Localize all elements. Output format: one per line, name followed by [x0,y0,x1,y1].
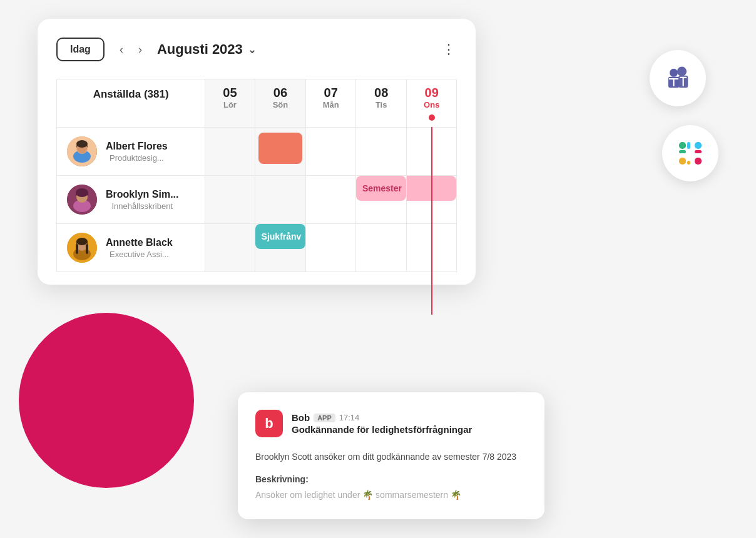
cell-annette-06: Sjukfrånv [255,224,306,272]
notification-description-label: Beskrivning: [255,474,527,484]
sender-name: Bob [292,412,310,423]
cell-brooklyn-07 [306,176,356,224]
slack-icon [674,137,707,170]
next-arrow[interactable]: › [133,41,147,59]
day-num-05: 05 [209,86,250,100]
day-header-07: 07 Mån [306,79,356,128]
employee-cell-annette: Annette Black Executive Assi... [57,224,205,272]
table-row: Annette Black Executive Assi... Sjukfrån… [57,224,457,272]
svg-rect-29 [695,158,702,165]
avatar-annette-svg [67,233,97,263]
decorative-circle [19,313,194,488]
bob-logo: b [255,410,283,437]
svg-rect-13 [76,244,78,254]
month-year-label: Augusti 2023 [157,41,243,58]
avatar-albert [67,136,97,166]
svg-rect-27 [679,158,686,165]
cell-brooklyn-06 [255,176,306,224]
day-name-09: Ons [411,100,452,109]
day-num-06: 06 [259,86,302,100]
cell-albert-06 [255,128,306,176]
table-row: Albert Flores Produktdesig... [57,128,457,176]
today-line [431,127,432,315]
employee-name-brooklyn: Brooklyn Sim... [106,189,178,200]
day-num-08: 08 [360,86,403,100]
svg-rect-31 [687,150,693,156]
day-num-09: 09 [411,86,452,100]
teams-icon [662,62,694,94]
teams-integration-circle[interactable] [650,50,706,106]
employee-name-role-annette: Annette Black Executive Assi... [106,237,173,259]
employee-role-brooklyn: Innehållsskribent [106,201,178,211]
prev-arrow[interactable]: ‹ [115,41,128,59]
employee-role-albert: Produktdesig... [106,153,168,163]
avatar-brooklyn [67,185,97,215]
day-num-07: 07 [310,86,352,100]
today-dot [429,114,435,121]
employee-cell-albert: Albert Flores Produktdesig... [57,128,205,176]
svg-rect-30 [695,150,702,153]
cell-brooklyn-08: Semester [355,176,407,224]
avatar-albert-svg [67,136,97,166]
notification-title: Godkännande för ledighetsförfrågningar [292,424,472,435]
notification-card: b Bob APP 17:14 Godkännande för ledighet… [238,392,544,519]
cell-albert-07 [306,128,356,176]
cell-albert-08 [355,128,407,176]
calendar-table-wrapper: Anställda (381) 05 Lör 06 Sön 07 Mån [56,79,457,272]
employee-role-annette: Executive Assi... [106,250,173,259]
day-header-08: 08 Tis [355,79,407,128]
calendar-grid: Anställda (381) 05 Lör 06 Sön 07 Mån [56,79,457,272]
event-sjukfranvaro: Sjukfrånv [255,224,306,249]
app-badge: APP [314,414,335,422]
cell-annette-05 [205,224,255,272]
svg-rect-24 [679,150,686,153]
day-name-06: Sön [259,100,302,109]
cell-annette-08 [355,224,407,272]
day-header-05: 05 Lör [205,79,255,128]
event-orange-albert [258,133,302,164]
cell-annette-07 [306,224,356,272]
svg-point-16 [670,69,678,77]
employee-name-annette: Annette Black [106,237,173,248]
sender-row: Bob APP 17:14 [292,412,472,423]
avatar-brooklyn-svg [67,185,97,215]
svg-rect-23 [679,142,686,149]
calendar-card: Idag ‹ › Augusti 2023 ⌄ ⋮ Anställda (381… [38,19,476,285]
chevron-down-icon: ⌄ [248,44,256,56]
employee-name-role-brooklyn: Brooklyn Sim... Innehållsskribent [106,189,178,211]
employee-info-annette: Annette Black Executive Assi... [67,233,195,263]
event-semester: Semester [356,176,407,201]
employee-info-albert: Albert Flores Produktdesig... [67,136,195,166]
notification-meta: Bob APP 17:14 Godkännande för ledighetsf… [292,412,472,435]
employee-info-brooklyn: Brooklyn Sim... Innehållsskribent [67,185,195,215]
svg-rect-22 [673,78,674,86]
svg-rect-19 [683,77,684,86]
more-options-button[interactable]: ⋮ [442,41,457,58]
svg-rect-25 [695,142,702,149]
cell-brooklyn-05 [205,176,255,224]
table-row: Brooklyn Sim... Innehållsskribent Semest… [57,176,457,224]
notification-header: b Bob APP 17:14 Godkännande för ledighet… [255,410,527,437]
notification-description: Ansöker om ledighet under 🌴 sommarsemest… [255,488,527,502]
svg-rect-28 [687,161,690,165]
notification-body: Brooklyn Scott ansöker om ditt godkännan… [255,450,527,464]
calendar-title: Augusti 2023 ⌄ [157,41,256,58]
today-button[interactable]: Idag [56,38,105,61]
day-name-07: Mån [310,100,352,109]
cell-albert-05 [205,128,255,176]
nav-arrows: ‹ › [115,41,147,59]
avatar-annette [67,233,97,263]
day-name-05: Lör [209,100,250,109]
slack-integration-circle[interactable] [662,125,718,181]
svg-rect-26 [687,142,690,149]
notification-time: 17:14 [339,413,360,422]
day-header-09: 09 Ons [407,79,457,128]
employee-cell-brooklyn: Brooklyn Sim... Innehållsskribent [57,176,205,224]
day-header-06: 06 Sön [255,79,306,128]
employee-name-role-albert: Albert Flores Produktdesig... [106,141,168,163]
employee-name-albert: Albert Flores [106,141,168,152]
employees-header: Anställda (381) [57,79,205,128]
svg-point-15 [677,67,687,76]
svg-rect-14 [86,244,88,254]
day-name-08: Tis [360,100,403,109]
